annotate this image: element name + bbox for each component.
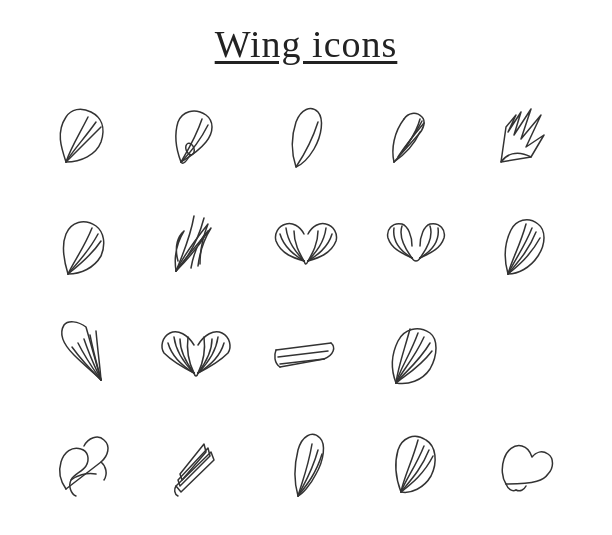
- wing-icon-4: [366, 84, 466, 189]
- wing-icon-14: [366, 302, 466, 407]
- wing-icon-11: [36, 302, 136, 407]
- wing-icon-12: [146, 302, 246, 407]
- wing-icon-18: [256, 411, 356, 516]
- icons-grid: [36, 84, 576, 516]
- wing-icon-7: [146, 193, 246, 298]
- wing-icon-3: [256, 84, 356, 189]
- wing-icon-16: [36, 411, 136, 516]
- title-container: Wing icons: [215, 22, 398, 66]
- wing-icon-15: [476, 302, 576, 407]
- page-title: Wing icons: [215, 22, 398, 66]
- wing-icon-9: [366, 193, 466, 298]
- wing-icon-8: [256, 193, 356, 298]
- wing-icon-5: [476, 84, 576, 189]
- wing-icon-13: [256, 302, 356, 407]
- wing-icon-2: [146, 84, 246, 189]
- wing-icon-10: [476, 193, 576, 298]
- wing-icon-1: [36, 84, 136, 189]
- wing-icon-19: [366, 411, 466, 516]
- wing-icon-20: [476, 411, 576, 516]
- wing-icon-17: [146, 411, 246, 516]
- wing-icon-6: [36, 193, 136, 298]
